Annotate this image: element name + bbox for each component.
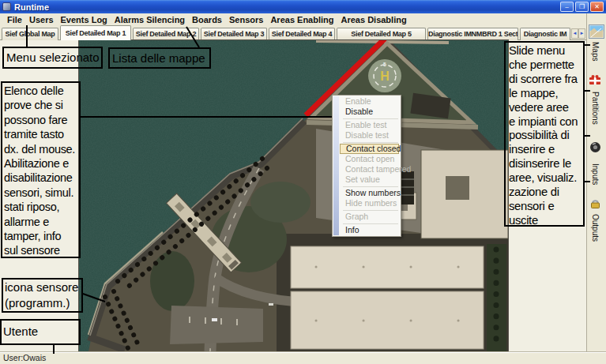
svg-text:5: 5 xyxy=(383,62,386,67)
app-window: Runtime – ❐ ✕ File Users Events Log Alar… xyxy=(0,0,606,364)
menu-users[interactable]: Users xyxy=(27,15,56,24)
menu-sensors[interactable]: Sensors xyxy=(227,15,265,24)
context-item-enable-test[interactable]: Enable test xyxy=(333,120,400,130)
menu-file[interactable]: File xyxy=(5,15,24,24)
app-icon xyxy=(2,2,11,11)
tab-scroll-right-icon[interactable]: ► xyxy=(578,28,585,39)
satellite-map: H 5 xyxy=(79,40,508,351)
tab-sief-detailed-map-2[interactable]: Sief Detailed Map 2 xyxy=(133,28,199,40)
tab-sief-detailed-map-4[interactable]: Sief Detailed Map 4 xyxy=(269,28,335,40)
context-item-disable[interactable]: Disable xyxy=(333,107,400,117)
context-item-show-numbers[interactable]: Show numbers xyxy=(333,188,400,198)
title-bar[interactable]: Runtime – ❐ ✕ xyxy=(0,0,606,13)
context-item-disable-test[interactable]: Disable test xyxy=(333,130,400,141)
menu-boards[interactable]: Boards xyxy=(190,15,224,24)
inputs-icon[interactable] xyxy=(589,141,602,153)
menu-events-log[interactable]: Events Log xyxy=(58,15,110,24)
annotation-map-list: Lista delle mappe xyxy=(108,47,211,69)
svg-text:H: H xyxy=(380,69,390,83)
restore-button[interactable]: ❐ xyxy=(575,2,589,12)
sidebar-item-outputs[interactable]: Outputs xyxy=(591,214,600,242)
sensor-context-menu: Enable Disable Enable test Disable test … xyxy=(332,95,401,237)
menu-alarms-silencing[interactable]: Alarms Silencing xyxy=(112,15,187,24)
parking-area xyxy=(170,306,263,344)
menu-areas-enabling[interactable]: Areas Enabling xyxy=(268,15,336,24)
context-item-hide-numbers[interactable]: Hide numbers xyxy=(333,198,400,208)
status-bar: User:Owais xyxy=(0,351,606,364)
maps-icon[interactable] xyxy=(589,24,604,39)
map-view[interactable]: H 5 xyxy=(79,40,508,351)
sidebar-item-inputs[interactable]: Inputs xyxy=(591,163,600,185)
warehouse-roof-2 xyxy=(291,291,484,349)
tab-diagnostic-sector-1[interactable]: Diagnostic IMNMBRD 1 Sector 1 xyxy=(427,28,518,40)
menu-areas-disabling[interactable]: Areas Disabling xyxy=(339,15,409,24)
tab-sief-detailed-map-5[interactable]: Sief Detailed Map 5 xyxy=(337,28,426,40)
logged-user-label: User:Owais xyxy=(3,353,46,362)
tab-diagnostic-im[interactable]: Diagnostic IM xyxy=(520,28,570,40)
context-item-contact-open[interactable]: Contact open xyxy=(333,154,400,164)
annotation-sensor-icon: icona sensore (programm.) xyxy=(2,278,83,313)
annotation-menu-selected: Menu selezionato xyxy=(2,47,103,69)
tab-sief-detailed-map-1[interactable]: Sief Detailed Map 1 xyxy=(60,25,131,40)
context-item-graph[interactable]: Graph xyxy=(333,212,400,222)
close-button[interactable]: ✕ xyxy=(590,2,604,12)
context-item-info[interactable]: Info xyxy=(333,225,400,235)
tab-scroll-left-icon[interactable]: ◄ xyxy=(571,28,578,39)
sidebar-item-maps[interactable]: Maps xyxy=(591,42,600,61)
window-title: Runtime xyxy=(14,2,49,12)
context-item-set-value[interactable]: Set value xyxy=(333,174,400,185)
annotation-logged-user: Utente loggato xyxy=(0,319,81,345)
partitions-icon[interactable] xyxy=(589,74,602,86)
context-item-contact-tampered[interactable]: Contact tampered xyxy=(333,164,400,174)
map-tab-bar: Sief Global Map Sief Detailed Map 1 Sief… xyxy=(0,25,606,40)
context-item-enable[interactable]: Enable xyxy=(333,96,400,107)
annotation-slide-menu: Slide menu che permette di scorrere fra … xyxy=(504,41,585,227)
annotation-right-click-tests: Elenco delle prove che si possono fare t… xyxy=(1,81,81,258)
tab-sief-global-map[interactable]: Sief Global Map xyxy=(2,28,58,40)
menu-bar: File Users Events Log Alarms Silencing B… xyxy=(0,13,606,25)
minimize-button[interactable]: – xyxy=(560,2,574,12)
warehouse-roof-1 xyxy=(291,246,484,288)
tab-sief-detailed-map-3[interactable]: Sief Detailed Map 3 xyxy=(201,28,267,40)
sidebar-item-partitions[interactable]: Partitions xyxy=(591,92,600,125)
context-item-contact-closed[interactable]: Contact closed xyxy=(340,144,399,154)
helipad: H 5 xyxy=(368,59,401,92)
outputs-icon[interactable] xyxy=(589,197,602,209)
